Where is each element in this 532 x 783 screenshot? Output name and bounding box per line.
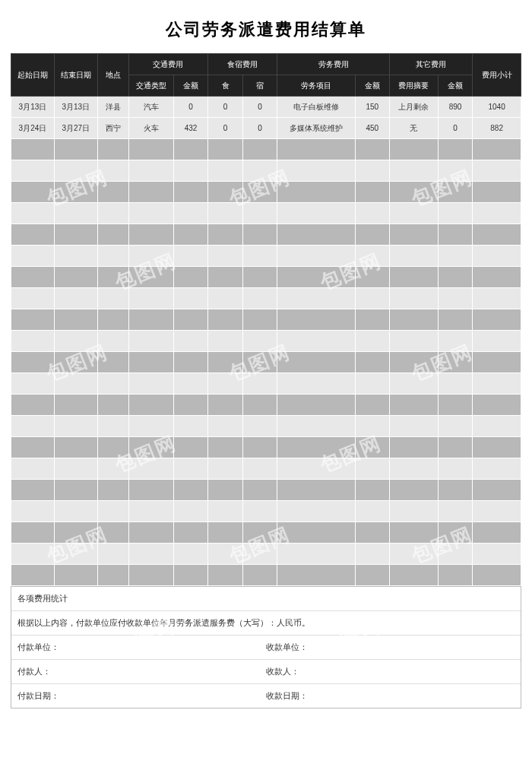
table-row bbox=[11, 224, 521, 246]
empty-cell bbox=[128, 544, 173, 565]
empty-cell bbox=[277, 182, 355, 203]
empty-cell bbox=[473, 309, 521, 331]
empty-cell bbox=[355, 182, 389, 203]
table-row bbox=[11, 373, 521, 395]
empty-cell bbox=[97, 160, 128, 182]
empty-cell bbox=[355, 522, 389, 544]
empty-cell bbox=[355, 160, 389, 182]
empty-cell bbox=[208, 565, 242, 586]
empty-cell bbox=[173, 160, 207, 182]
cell-transport_amount: 0 bbox=[173, 97, 207, 118]
empty-cell bbox=[128, 309, 173, 331]
empty-cell bbox=[208, 160, 242, 182]
empty-cell bbox=[128, 352, 173, 373]
footer-stats-label: 各项费用统计 bbox=[17, 593, 68, 604]
empty-cell bbox=[390, 480, 439, 501]
empty-cell bbox=[11, 565, 55, 586]
table-row bbox=[11, 309, 521, 331]
empty-cell bbox=[97, 437, 128, 458]
empty-cell bbox=[11, 331, 55, 352]
empty-cell bbox=[173, 139, 207, 160]
th-location: 地点 bbox=[97, 54, 128, 97]
empty-cell bbox=[208, 373, 242, 395]
empty-cell bbox=[277, 139, 355, 160]
empty-cell bbox=[128, 480, 173, 501]
empty-cell bbox=[173, 437, 207, 458]
table-row bbox=[11, 288, 521, 309]
footer-date-row: 付款日期： 收款日期： bbox=[11, 684, 521, 708]
pay-date-label: 付款日期： bbox=[17, 690, 266, 702]
empty-cell bbox=[277, 565, 355, 586]
cell-labor_amount: 450 bbox=[355, 118, 389, 139]
empty-cell bbox=[128, 458, 173, 480]
empty-cell bbox=[97, 501, 128, 522]
th-other-group: 其它费用 bbox=[390, 54, 473, 75]
th-end-date: 结束日期 bbox=[54, 54, 97, 97]
th-start-date: 起始日期 bbox=[11, 54, 55, 97]
empty-cell bbox=[277, 331, 355, 352]
empty-cell bbox=[473, 160, 521, 182]
empty-cell bbox=[355, 224, 389, 246]
empty-cell bbox=[277, 544, 355, 565]
empty-cell bbox=[128, 373, 173, 395]
cell-end_date: 3月13日 bbox=[54, 97, 97, 118]
th-labor-group: 劳务费用 bbox=[277, 54, 390, 75]
empty-cell bbox=[242, 458, 277, 480]
empty-cell bbox=[54, 331, 97, 352]
empty-cell bbox=[390, 224, 439, 246]
empty-cell bbox=[173, 458, 207, 480]
empty-cell bbox=[54, 544, 97, 565]
empty-cell bbox=[128, 267, 173, 288]
cell-location: 西宁 bbox=[97, 118, 128, 139]
receive-date-label: 收款日期： bbox=[266, 690, 515, 702]
empty-cell bbox=[173, 288, 207, 309]
empty-cell bbox=[11, 544, 55, 565]
empty-cell bbox=[11, 182, 55, 203]
empty-cell bbox=[208, 522, 242, 544]
table-row bbox=[11, 565, 521, 586]
cell-other_amount: 0 bbox=[438, 118, 472, 139]
table-row bbox=[11, 203, 521, 224]
empty-cell bbox=[390, 501, 439, 522]
th-transport-type: 交通类型 bbox=[128, 75, 173, 97]
empty-cell bbox=[242, 288, 277, 309]
empty-cell bbox=[473, 203, 521, 224]
cell-labor_item: 多媒体系统维护 bbox=[277, 118, 355, 139]
empty-cell bbox=[54, 182, 97, 203]
empty-cell bbox=[355, 373, 389, 395]
table-row bbox=[11, 246, 521, 267]
empty-cell bbox=[173, 544, 207, 565]
empty-cell bbox=[390, 565, 439, 586]
empty-cell bbox=[97, 267, 128, 288]
empty-cell bbox=[54, 373, 97, 395]
empty-cell bbox=[128, 331, 173, 352]
empty-cell bbox=[97, 416, 128, 437]
table-row bbox=[11, 395, 521, 416]
empty-cell bbox=[473, 288, 521, 309]
empty-cell bbox=[355, 480, 389, 501]
empty-cell bbox=[54, 416, 97, 437]
empty-cell bbox=[97, 373, 128, 395]
empty-cell bbox=[473, 458, 521, 480]
empty-cell bbox=[473, 352, 521, 373]
cell-transport_type: 火车 bbox=[128, 118, 173, 139]
empty-cell bbox=[438, 203, 472, 224]
cell-subtotal: 1040 bbox=[473, 97, 521, 118]
empty-cell bbox=[97, 331, 128, 352]
table-body: 3月13日3月13日洋县汽车000电子白板维修150上月剩余89010403月2… bbox=[11, 97, 521, 586]
empty-cell bbox=[390, 309, 439, 331]
empty-cell bbox=[54, 309, 97, 331]
table-row bbox=[11, 522, 521, 544]
empty-cell bbox=[390, 522, 439, 544]
empty-cell bbox=[390, 416, 439, 437]
empty-cell bbox=[438, 182, 472, 203]
empty-cell bbox=[208, 416, 242, 437]
empty-cell bbox=[97, 522, 128, 544]
empty-cell bbox=[54, 267, 97, 288]
empty-cell bbox=[11, 224, 55, 246]
empty-cell bbox=[54, 522, 97, 544]
empty-cell bbox=[97, 203, 128, 224]
cell-labor_amount: 150 bbox=[355, 97, 389, 118]
footer-statement: 根据以上内容，付款单位应付收款单位年月劳务派遣服务费（大写）：人民币。 bbox=[17, 617, 310, 629]
table-row bbox=[11, 544, 521, 565]
